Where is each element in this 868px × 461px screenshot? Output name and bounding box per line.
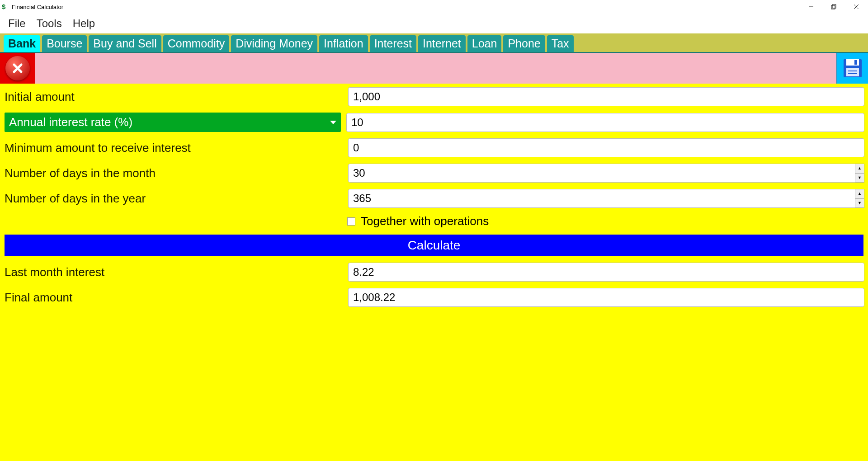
title-bar: $ Financial Calculator [0,0,868,14]
row-last-month-interest: Last month interest [4,263,864,282]
tab-buy-and-sell[interactable]: Buy and Sell [89,35,161,52]
tab-bank[interactable]: Bank [4,35,40,52]
label-together-ops: Together with operations [361,214,489,228]
spinner-days-month[interactable]: ▲ ▼ [855,164,864,183]
input-days-year[interactable] [348,189,855,208]
tab-phone[interactable]: Phone [503,35,545,52]
save-button[interactable] [836,53,868,84]
tab-internet[interactable]: Internet [418,35,466,52]
output-last-month-interest[interactable] [348,263,864,282]
label-days-month: Number of days in the month [4,166,343,180]
menu-bar: File Tools Help [0,14,868,33]
input-min-amount[interactable] [348,138,864,157]
tab-bourse[interactable]: Bourse [42,35,87,52]
spinner-down-icon[interactable]: ▼ [855,199,864,208]
label-last-month-interest: Last month interest [4,265,343,279]
row-initial-amount: Initial amount [4,87,864,106]
save-icon [842,57,863,79]
tab-tax[interactable]: Tax [547,35,574,52]
app-icon: $ [2,3,9,10]
output-final-amount[interactable] [348,288,864,307]
window-title: Financial Calculator [12,4,63,10]
svg-rect-2 [831,5,835,9]
minimize-button[interactable] [806,1,816,12]
label-days-year: Number of days in the year [4,192,343,206]
spinner-up-icon[interactable]: ▲ [855,189,864,199]
tab-loan[interactable]: Loan [467,35,502,52]
spinner-down-icon[interactable]: ▼ [855,174,864,183]
menu-help[interactable]: Help [73,17,95,30]
row-together-ops: Together with operations [4,214,864,228]
row-days-year: Number of days in the year ▲ ▼ [4,189,864,208]
maximize-button[interactable] [828,1,839,12]
dropdown-rate-type[interactable]: Annual interest rate (%) [5,113,341,132]
menu-file[interactable]: File [8,17,26,30]
svg-rect-11 [846,68,859,76]
svg-rect-3 [832,5,836,8]
input-days-month[interactable] [348,164,855,183]
svg-text:$: $ [2,3,6,10]
input-initial-amount[interactable] [348,87,864,106]
row-rate: Annual interest rate (%) [4,113,864,132]
tab-interest[interactable]: Interest [370,35,416,52]
calculate-button[interactable]: Calculate [5,235,863,256]
row-min-amount: Minimum amount to receive interest [4,138,864,157]
toolbar [0,52,868,84]
close-icon [5,56,30,80]
tabs-strip: Bank Bourse Buy and Sell Commodity Divid… [0,33,868,52]
form-area: Initial amount Annual interest rate (%) … [0,84,868,461]
label-initial-amount: Initial amount [4,90,343,104]
spinner-up-icon[interactable]: ▲ [855,164,864,174]
row-days-month: Number of days in the month ▲ ▼ [4,164,864,183]
clear-button[interactable] [0,53,35,84]
window-controls [806,1,866,12]
label-final-amount: Final amount [4,291,343,305]
tab-inflation[interactable]: Inflation [319,35,368,52]
row-final-amount: Final amount [4,288,864,307]
checkbox-together-ops[interactable] [347,217,355,226]
input-rate[interactable] [346,113,864,132]
svg-rect-10 [854,60,857,65]
menu-tools[interactable]: Tools [37,17,62,30]
tab-dividing-money[interactable]: Dividing Money [231,35,317,52]
close-window-button[interactable] [851,1,862,12]
label-min-amount: Minimum amount to receive interest [4,141,343,155]
spinner-days-year[interactable]: ▲ ▼ [855,189,864,208]
dropdown-rate-label: Annual interest rate (%) [9,115,132,129]
tab-commodity[interactable]: Commodity [163,35,229,52]
chevron-down-icon [330,121,336,124]
